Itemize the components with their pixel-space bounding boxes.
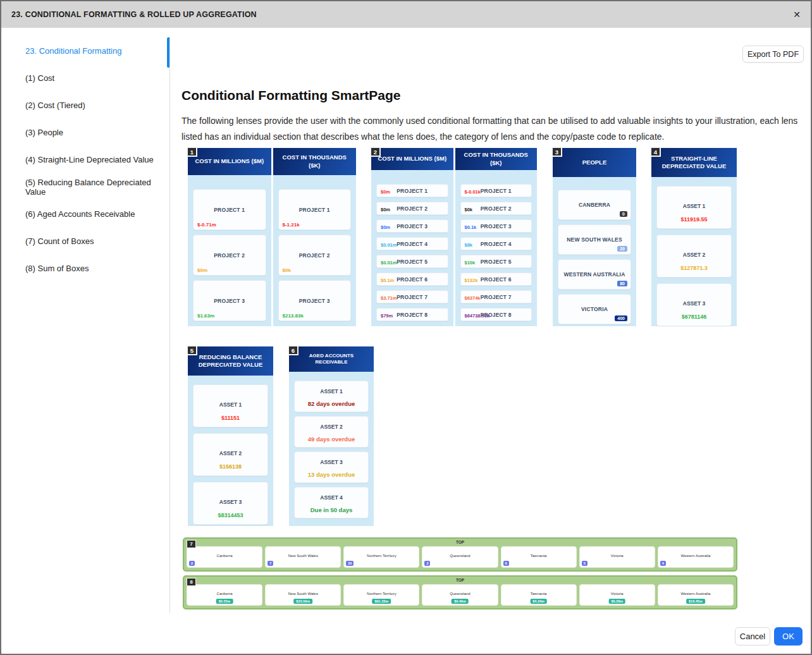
sidebar-item-2[interactable]: (2) Cost (Tiered) (25, 92, 161, 119)
state-label: VICTORIA (558, 306, 631, 312)
ok-button[interactable]: OK (774, 627, 803, 646)
panel-header: AGED ACCOUNTS RECEIVABLE (289, 346, 374, 372)
state-box: Victoria5 (579, 546, 655, 568)
state-label: Queensland (422, 592, 497, 596)
sidebar-item-4[interactable]: (4) Straight-Line Depreciated Value (25, 146, 161, 173)
panel-body: ASSET 182 days overdueASSET 249 days ove… (289, 372, 374, 523)
sidebar-item-6[interactable]: (6) Aged Accounts Receivable (25, 200, 161, 228)
state-box: Queensland2 (422, 546, 498, 568)
asset-box: ASSET 249 days overdue (294, 416, 369, 448)
project-box: PROJECT 2$0k (460, 202, 532, 215)
project-label: PROJECT 1 (194, 207, 266, 213)
state-label: Northern Territory (344, 554, 419, 558)
project-box: PROJECT 2$0m (193, 235, 266, 276)
state-label: Western Australia (658, 592, 733, 596)
cost-tiered-lens-panel: 2COST IN MILLIONS ($M)PROJECT 1$0mPROJEC… (371, 148, 537, 326)
asset-value: $127871.3 (657, 265, 731, 271)
state-box: Canberra2 (187, 546, 262, 568)
export-to-pdf-button[interactable]: Export To PDF (742, 46, 804, 63)
cancel-button[interactable]: Cancel (735, 627, 770, 646)
asset-label: ASSET 3 (295, 459, 368, 465)
aggregate-badge: $91.33m (372, 599, 391, 604)
asset-label: ASSET 1 (295, 388, 368, 395)
project-box: PROJECT 5$0.01m (376, 255, 448, 268)
cost-columns: COST IN MILLIONS ($M)PROJECT 1$0mPROJECT… (371, 148, 537, 326)
state-box: CANBERRA0 (558, 190, 631, 220)
project-box: PROJECT 1$-0.71m (193, 189, 266, 230)
aggregate-badge: $4.34m (530, 599, 547, 604)
state-box: Northern Territory$91.33m (343, 584, 419, 606)
panel-header: STRAIGHT-LINE DEPRECIATED VALUE (651, 148, 737, 177)
panel-number-badge: 2 (370, 147, 381, 157)
project-value: $0m (381, 207, 390, 212)
panel-number-badge: 7 (187, 540, 196, 548)
project-value: $1.63m (197, 313, 214, 319)
column-body: PROJECT 1$-0.01kPROJECT 2$0kPROJECT 3$0.… (455, 170, 538, 326)
count-of-boxes-lens-panel: 7TOPCanberra2New South Wales7Northern Te… (183, 537, 737, 572)
column-body: PROJECT 1$-0.71mPROJECT 2$0mPROJECT 3$1.… (188, 175, 271, 326)
column-header: COST IN THOUSANDS ($K) (455, 148, 538, 170)
panel-number-badge: 6 (288, 345, 298, 355)
dialog-title: 23. CONDITIONAL FORMATTING & ROLLED UP A… (11, 10, 257, 19)
project-box: PROJECT 3$0.1k (460, 219, 532, 233)
panel-header: REDUCING BALANCE DEPRECIATED VALUE (188, 346, 273, 376)
asset-box: ASSET 1$11151 (193, 384, 268, 427)
cost-lens-panel: 1COST IN MILLIONS ($M)PROJECT 1$-0.71mPR… (188, 148, 356, 326)
project-box: PROJECT 2$0m (376, 202, 448, 215)
sidebar-item-7[interactable]: (7) Count of Boxes (25, 228, 161, 255)
rollup-row: Canberra2New South Wales7Northern Territ… (187, 546, 734, 568)
project-value: $132k (465, 278, 478, 283)
page-description: The following lenses provide the user wi… (181, 113, 809, 144)
state-box: Tasmania6 (501, 546, 577, 568)
state-box: New South Wales$23.09m (265, 584, 341, 606)
state-label: Tasmania (501, 592, 576, 596)
project-value: $0.01m (381, 242, 397, 248)
asset-label: ASSET 3 (657, 300, 731, 307)
count-badge: 0 (620, 211, 627, 217)
sidebar-item-5[interactable]: (5) Reducing Balance Depreciated Value (25, 173, 161, 200)
aggregate-badge: 7 (268, 561, 273, 566)
panel-body: ASSET 1$11151ASSET 2$156138ASSET 3$83144… (188, 376, 273, 530)
sidebar-item-0[interactable]: 23. Conditional Formatting (25, 37, 161, 64)
top-label: TOP (184, 578, 736, 582)
close-icon[interactable]: ✕ (793, 10, 801, 19)
asset-value: $156138 (194, 463, 268, 470)
sidebar-nav: 23. Conditional Formatting(1) Cost(2) Co… (25, 37, 161, 282)
state-label: WESTERN AUSTRALIA (558, 271, 631, 278)
state-box: Victoria$0.38m (579, 584, 655, 606)
aggregate-badge: 20 (346, 561, 354, 566)
asset-box: ASSET 4Due in 50 days (294, 487, 369, 518)
sidebar-item-1[interactable]: (1) Cost (25, 64, 161, 92)
asset-label: ASSET 3 (194, 499, 268, 505)
project-value: $0m (381, 189, 390, 195)
column-body: PROJECT 1$0mPROJECT 2$0mPROJECT 3$0mPROJ… (371, 170, 453, 326)
project-value: $-0.71m (197, 222, 216, 228)
sidebar-item-8[interactable]: (8) Sum of Boxes (25, 255, 161, 282)
asset-box: ASSET 182 days overdue (294, 381, 369, 412)
state-label: Victoria (580, 592, 655, 596)
project-value: $0.01m (381, 260, 397, 266)
aggregate-badge: $0.38m (608, 599, 625, 604)
column-header: COST IN MILLIONS ($M) (188, 148, 271, 175)
aggregate-badge: 5 (582, 561, 587, 566)
asset-label: ASSET 1 (194, 401, 268, 408)
asset-value: 49 days overdue (295, 436, 368, 443)
panel-number-badge: 1 (187, 147, 197, 157)
project-label: PROJECT 3 (279, 298, 351, 304)
sidebar-item-3[interactable]: (3) People (25, 119, 161, 146)
cost-column: COST IN MILLIONS ($M)PROJECT 1$0mPROJECT… (371, 148, 453, 326)
project-box: PROJECT 7$6374k (460, 290, 532, 303)
state-box: Queensland$0.49m (422, 584, 498, 606)
people-lens-panel: 3PEOPLECANBERRA0NEW SOUTH WALES20WESTERN… (553, 148, 636, 326)
aged-accounts-lens-panel: 6AGED ACCOUNTS RECEIVABLEASSET 182 days … (289, 346, 374, 526)
cost-column: COST IN MILLIONS ($M)PROJECT 1$-0.71mPRO… (188, 148, 271, 326)
state-label: Queensland (422, 554, 497, 558)
project-box: PROJECT 8$64738.91k (460, 308, 532, 321)
column-body: PROJECT 1$-1.21kPROJECT 2$0kPROJECT 3$21… (273, 175, 357, 326)
state-label: Western Australia (658, 554, 733, 558)
project-box: PROJECT 6$0.1m (376, 272, 448, 286)
rollup-row: Canberra$0.55mNew South Wales$23.09mNort… (187, 584, 734, 606)
project-value: $0m (381, 224, 390, 230)
project-value: $0k (465, 207, 473, 212)
project-box: PROJECT 3$0m (376, 219, 448, 233)
